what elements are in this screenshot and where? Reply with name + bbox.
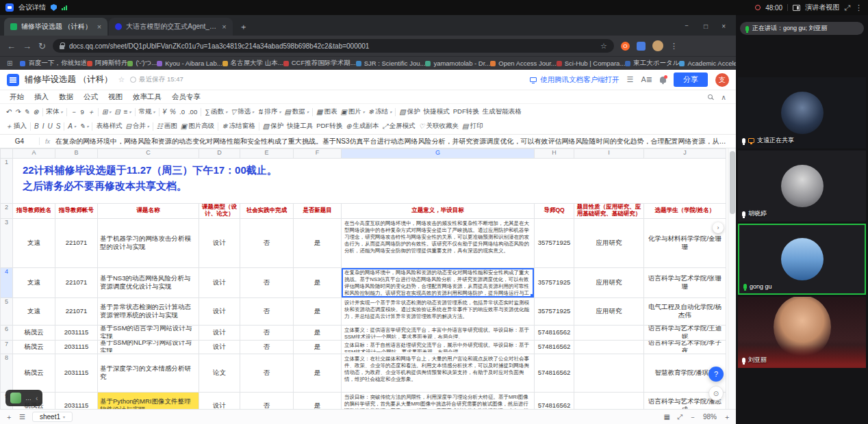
cell-E5[interactable]: 否 [240,298,294,326]
back-icon[interactable]: ← [7,42,16,51]
bookmark-item[interactable]: Academic Acceler... [679,59,736,67]
sheet-header-cell[interactable]: 是否新题目 [294,204,342,219]
scroll-right-button[interactable]: › [713,222,724,233]
cell-F6[interactable]: 是 [294,326,342,341]
sheet-header-cell[interactable]: 立题意义，毕设目标 [342,204,535,219]
toolbar-button[interactable]: I [42,122,44,130]
cell-G9[interactable]: 当设目标：突破传统方法的局限性，利用深度学习理论分析大特征。基于MRI图像的脑科… [342,393,535,410]
toolbar-button[interactable]: 9 [81,108,84,116]
cell-I4[interactable]: 应用研究 [574,268,644,298]
bookmark-item[interactable]: Open Access Jour... [490,59,557,67]
cell-reference-box[interactable]: G4 [0,137,40,145]
new-tab-button[interactable]: ＋ [234,21,253,36]
cell-F9[interactable]: 是 [294,393,342,410]
zoom-in-button[interactable]: ＋ [724,412,730,422]
toolbar-button[interactable]: ⊟ [114,108,120,116]
row-number[interactable]: 7 [1,341,13,354]
cell-F5[interactable]: 是 [294,298,342,326]
toolbar-button[interactable]: ⊕生成副本 [346,122,379,131]
cell-H3[interactable]: 357571925 [535,219,574,268]
toolbar-button[interactable]: ＋插入 [5,122,27,131]
cell-H5[interactable]: 357571925 [535,298,574,326]
cell-F7[interactable]: 是 [294,341,342,354]
cell-G7[interactable]: 立体目标：基于自然语言处理研究交流平台，展示中外研究现状。毕设目标：基于SSM技… [342,341,535,354]
column-header-B[interactable]: B [55,149,98,159]
toolbar-button[interactable]: ⊟合并▾ [125,122,149,131]
view-mode-button[interactable]: 演讲者视图 [805,3,839,12]
cell-I5[interactable]: 应用研究 [574,298,644,326]
toolbar-button[interactable]: .00 [188,108,197,116]
toolbar-button[interactable]: U [47,122,52,130]
close-button[interactable]: × [715,23,732,36]
participant-tile[interactable]: 刘亚丽 [738,297,866,368]
toolbar-button[interactable]: ▦图表 [316,107,337,116]
toolbar-button[interactable]: ▧保护 [399,107,420,116]
cell-H6[interactable]: 574816562 [535,326,574,341]
cell-H8[interactable]: 574816562 [535,354,574,393]
open-in-client-link[interactable]: 使用腾讯文档客户端打开 [530,75,620,85]
toolbar-button[interactable]: ≡▾ [124,108,131,116]
toolbar-button[interactable]: ✎ [24,108,29,116]
notification-bell-icon[interactable] [660,77,666,83]
toolbar-button[interactable]: PDF转换 [453,107,479,116]
browser-profile-avatar[interactable] [652,40,663,51]
cell-A3[interactable]: 支遠 [13,219,55,268]
cell-B6[interactable]: 2031115 [55,326,98,341]
collapse-chevron-icon[interactable]: ‹ [36,395,38,402]
grid-view-icon[interactable]: ▦ [664,413,670,421]
row-number[interactable]: 5 [1,298,13,326]
toolbar-button[interactable]: 宋体▾ [47,107,63,116]
cell-E3[interactable]: 否 [240,219,294,268]
row-number[interactable]: 8 [1,354,13,393]
sheet-header-cell[interactable]: 指导教师姓名 [13,204,55,219]
vertical-scrollbar[interactable] [728,148,736,409]
sheet-header-cell[interactable]: 课题名称 [98,204,199,219]
sheet-tab[interactable]: sheet1 ▾ [32,412,73,422]
cell-B9[interactable]: 2031115 [55,393,98,410]
cell-I8[interactable] [574,354,644,393]
reload-icon[interactable]: ↻ [38,42,46,51]
favorite-star-icon[interactable]: ☆ [118,75,125,84]
more-icon[interactable]: ⋮ [855,3,863,12]
cell-C9[interactable]: 基于Python的MRI图像文件整理软件设计与实现 [98,393,199,410]
bookmark-item[interactable]: 百度一下，你就知道 [20,59,87,68]
url-field[interactable]: docs.qq.com/sheet/DQ1pUblFVanZKc01u?u=1a… [53,39,614,53]
help-button[interactable]: ? [709,367,724,382]
cell-H4[interactable]: 357571925 [535,268,574,298]
scrollbar-thumb[interactable] [730,151,735,214]
browser-menu-icon[interactable]: ⋮ [670,42,678,51]
fullscreen-sheet-icon[interactable]: ⤢ [677,413,682,421]
cell-E9[interactable]: 否 [240,393,294,410]
row-number[interactable]: 4 [1,268,13,298]
cell-D4[interactable]: 设计 [199,268,240,298]
participant-tile[interactable]: 支遠正在共享 [738,77,866,148]
toolbar-button[interactable]: % [170,108,176,116]
sheet-header-cell[interactable]: 导师QQ [535,204,574,219]
tab-close-icon[interactable]: × [222,23,226,31]
select-all-corner[interactable] [1,149,13,159]
browser-tab-search[interactable]: 大语言模型的交互式Agent_百... × [109,18,232,36]
menu-item[interactable]: 数据 [59,92,73,102]
column-header-D[interactable]: D [199,149,240,159]
spreadsheet-grid[interactable]: ABCDEFGHIJ122计科辅修毕设选题于11.27（周三）下午17：00截止… [0,148,736,409]
cell-I7[interactable] [574,341,644,354]
cell-H7[interactable]: 574816562 [535,341,574,354]
share-button[interactable]: 分享 [674,72,708,87]
column-header-I[interactable]: I [574,149,644,159]
toolbar-button[interactable]: ¥ [163,108,167,116]
participant-tile[interactable]: gong gu [738,224,866,295]
search-icon[interactable] [708,94,713,99]
cell-D8[interactable]: 论文 [199,354,240,393]
meeting-detail-button[interactable]: 会议详情 [18,3,46,12]
column-header-F[interactable]: F [294,149,342,159]
row-number[interactable]: 3 [1,219,13,268]
cell-D3[interactable]: 设计 [199,219,240,268]
extension-icon[interactable]: O [621,42,630,51]
column-header-E[interactable]: E [240,149,294,159]
cell-E8[interactable]: 否 [240,354,294,393]
toolbar-button[interactable]: .0 [179,108,185,116]
cell-J5[interactable]: 电气工程及自动化学院/杨杰伟 [644,298,726,326]
toolbar-button[interactable]: ▣图片▾ [340,107,364,116]
bookmark-item[interactable]: Kyou - Aibara Lab... [157,59,222,67]
menu-item[interactable]: 插入 [34,92,49,102]
